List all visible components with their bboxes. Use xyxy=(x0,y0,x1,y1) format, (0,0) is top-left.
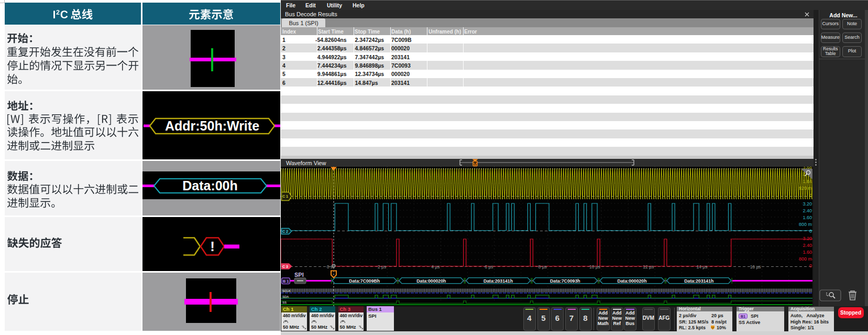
svg-text:U: U xyxy=(711,326,713,329)
svg-text:0: 0 xyxy=(809,263,812,268)
svg-text:C 2: C 2 xyxy=(282,230,288,233)
svg-text:1.60: 1.60 xyxy=(803,215,812,220)
svg-text:800 m: 800 m xyxy=(799,256,812,262)
svg-text:4 µs: 4 µs xyxy=(431,264,440,269)
svg-text:10 µs: 10 µs xyxy=(589,264,600,269)
svg-text:920 m: 920 m xyxy=(799,186,812,191)
svg-text:SPI: SPI xyxy=(294,272,304,278)
svg-text:!: ! xyxy=(210,239,215,254)
svg-text:B 1: B 1 xyxy=(283,279,289,284)
svg-text:0: 0 xyxy=(809,229,812,234)
svg-text:12 µs: 12 µs xyxy=(643,264,654,269)
svg-text:0 s: 0 s xyxy=(327,264,333,269)
svg-text:U: U xyxy=(474,161,477,166)
svg-text:Data:203141h: Data:203141h xyxy=(484,278,513,284)
svg-text:3.20: 3.20 xyxy=(803,201,812,207)
svg-text:2.40: 2.40 xyxy=(803,243,812,248)
svg-text:8 µs: 8 µs xyxy=(539,264,547,269)
svg-text:Data:00h: Data:00h xyxy=(182,178,238,193)
svg-text:1.84: 1.84 xyxy=(803,179,812,184)
svg-text:C 1: C 1 xyxy=(282,194,288,198)
svg-text:Data:7C009Bh: Data:7C009Bh xyxy=(349,278,380,284)
svg-text:SCLK: SCLK xyxy=(282,289,291,293)
svg-text:2.40: 2.40 xyxy=(803,208,812,213)
svg-text:Data:000020h: Data:000020h xyxy=(416,278,446,284)
svg-text:C 3: C 3 xyxy=(282,265,288,268)
svg-text:6 µs: 6 µs xyxy=(485,264,493,269)
svg-text:16 µs: 16 µs xyxy=(750,264,761,269)
svg-text:SDA: SDA xyxy=(282,295,289,298)
svg-text:0: 0 xyxy=(809,193,812,198)
svg-text:3.20: 3.20 xyxy=(803,236,812,241)
svg-text:Data:7C0093h: Data:7C0093h xyxy=(550,278,580,284)
svg-text:14 µs: 14 µs xyxy=(696,264,707,269)
svg-text:2 µs: 2 µs xyxy=(378,264,386,269)
svg-text:1.60: 1.60 xyxy=(803,250,812,255)
svg-text:SS: SS xyxy=(282,301,287,304)
svg-text:800 m: 800 m xyxy=(799,222,812,227)
svg-text:Data:000020h: Data:000020h xyxy=(617,278,646,284)
svg-text:Data:203141h: Data:203141h xyxy=(684,278,713,284)
svg-text:Addr:50h:Write: Addr:50h:Write xyxy=(165,118,259,133)
